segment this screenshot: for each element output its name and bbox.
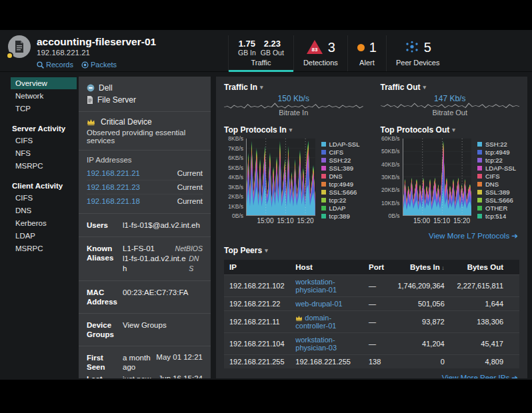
records-link-label: Records — [46, 61, 73, 69]
column-header-host[interactable]: Host — [290, 260, 363, 275]
y-axis-tick: 7KB/s — [228, 145, 243, 152]
y-axis-tick: 4KB/s — [228, 174, 243, 181]
legend-swatch — [321, 158, 326, 163]
first-seen-row: First Seen a month ago May 01 12:21 — [87, 352, 203, 373]
column-header-bytes-in[interactable]: Bytes In ↓ — [389, 260, 450, 275]
alias-value: l1-fs-01.ad.v2.int.eh — [123, 254, 186, 274]
peer-ip-cell: 192.168.221.104 — [224, 333, 290, 355]
sidebar-item-tcp[interactable]: TCP — [11, 103, 77, 115]
sidebar-item-ldap[interactable]: LDAP — [11, 230, 77, 242]
crown-icon — [295, 315, 303, 321]
ip-addresses-list: 192.168.221.21Current192.168.221.23Curre… — [87, 167, 203, 208]
file-role-icon — [87, 96, 93, 104]
legend-label: SSL:389 — [329, 165, 353, 172]
tab-traffic[interactable]: 1.75 GB In 2.23 GB Out Traffic — [228, 35, 293, 71]
peer-host-link[interactable]: workstation-physician-03 — [295, 336, 337, 352]
sidebar-item-network[interactable]: Network — [11, 90, 77, 102]
sidebar-item-cifs[interactable]: CIFS — [11, 192, 77, 204]
tab-detections[interactable]: 83 3 Detections — [293, 35, 347, 71]
legend-label: LDAP-SSL — [329, 141, 360, 148]
sidebar-item-kerberos[interactable]: Kerberos — [11, 217, 77, 229]
legend-item: CIFS — [321, 148, 363, 156]
device-groups-row: Device Groups View Groups — [87, 319, 203, 340]
y-axis-tick: 20KB/s — [381, 187, 399, 193]
sidebar-item-msrpc[interactable]: MSRPC — [11, 242, 77, 254]
peer-host-cell: web-drupal-01 — [290, 297, 363, 311]
mac-address-row: MAC Address 00:23:AE:C7:73:FA — [87, 286, 203, 308]
mac-address-label: MAC Address — [87, 288, 117, 306]
legend-label: CIFS — [329, 149, 344, 156]
packets-link-label: Packets — [91, 61, 117, 69]
legend-label: LDAP-SSL — [485, 165, 516, 172]
sidebar-group: OverviewNetworkTCP — [0, 77, 79, 115]
view-groups-link[interactable]: View Groups — [123, 320, 203, 339]
top-peers-dropdown[interactable]: Top Peers ▾ — [224, 244, 519, 260]
critical-badge-icon — [6, 52, 13, 59]
view-more-l7-label: View More L7 Protocols — [429, 232, 509, 240]
ip-address-link[interactable]: 192.168.221.21 — [87, 169, 140, 177]
column-header-ip[interactable]: IP — [224, 260, 290, 275]
legend-item: DNS — [321, 172, 363, 180]
sidebar-item-nfs[interactable]: NFS — [11, 147, 77, 159]
peer-bytes-in-cell: 41,204 — [389, 333, 450, 355]
x-axis-tick: 15:20 — [297, 217, 313, 224]
column-header-bytes-out[interactable]: Bytes Out — [450, 260, 509, 275]
sidebar-item-msrpc[interactable]: MSRPC — [11, 160, 77, 172]
alias-row: l1-fs-01.ad.v2.int.ehDNS — [123, 254, 203, 274]
tab-peer-devices[interactable]: 5 Peer Devices — [386, 35, 449, 71]
protocol-chart-top-protocols-in: Top Protocols In▾8KB/s7KB/s6KB/s5KB/s4KB… — [224, 125, 363, 226]
protocol-chart-dropdown[interactable]: Top Protocols Out▾ — [381, 125, 520, 135]
peer-host-link[interactable]: web-drupal-01 — [295, 300, 342, 308]
ip-address-row: 192.168.221.23Current — [87, 180, 203, 194]
last-seen-label: Last Seen — [87, 374, 117, 378]
legend-swatch — [321, 198, 326, 203]
bitrate-in-value: 150 Kb/s — [224, 94, 363, 103]
traffic-out-dropdown[interactable]: Traffic Out ▾ — [381, 83, 520, 92]
tab-alert[interactable]: 1 Alert — [347, 35, 386, 71]
legend-item: SSH:22 — [477, 140, 519, 148]
plot-area: 15:0015:1015:20 — [403, 139, 472, 226]
sidebar-group: Client ActivityCIFSDNSKerberosLDAPMSRPC — [0, 181, 79, 254]
sidebar-group-header: Client Activity — [0, 181, 79, 192]
y-axis-tick: 60KB/s — [381, 135, 399, 142]
legend-item: CIFS — [477, 172, 519, 180]
packets-icon — [81, 61, 89, 69]
role-label: File Server — [97, 95, 136, 105]
user-link[interactable]: l1-fs-01$@ad.v2.int.eh — [123, 220, 203, 230]
column-header-port[interactable]: Port — [363, 260, 389, 275]
legend-label: SSL:389 — [485, 189, 509, 196]
sidebar-nav: OverviewNetworkTCPServer ActivityCIFSNFS… — [0, 77, 79, 379]
alert-count: 1 — [369, 40, 377, 55]
last-seen-absolute: Jun 16 15:24 — [158, 374, 203, 378]
first-seen-label: First Seen — [87, 353, 117, 372]
view-more-peer-ips-link[interactable]: View More Peer IPs ➔ — [224, 368, 519, 378]
y-axis-tick: 10KB/s — [381, 200, 399, 206]
y-axis-tick: 0B/s — [388, 212, 399, 219]
sidebar-group: Server ActivityCIFSNFSMSRPC — [0, 123, 79, 172]
plot-frame — [246, 139, 315, 216]
table-row: 192.168.221.255192.168.221.25513804,809 — [224, 355, 519, 369]
sidebar-item-overview[interactable]: Overview — [11, 77, 77, 89]
peer-port-cell: — — [363, 333, 389, 355]
y-axis-tick: 6KB/s — [228, 155, 243, 161]
peer-host-cell: workstation-physician-03 — [290, 333, 363, 355]
device-overview-app: accounting-fileserver-01 192.168.221.21 … — [0, 30, 532, 380]
sidebar-item-dns[interactable]: DNS — [11, 205, 77, 216]
users-row: Users l1-fs-01$@ad.v2.int.eh — [87, 219, 203, 231]
traffic-in-sparkline: 150 Kb/s Bitrate In — [224, 94, 363, 119]
peer-ip-cell: 192.168.221.255 — [224, 355, 290, 369]
peer-spacer-cell — [509, 355, 519, 369]
device-groups-label: Device Groups — [87, 320, 117, 339]
chevron-down-icon: ▾ — [452, 127, 455, 133]
traffic-in-dropdown[interactable]: Traffic In ▾ — [224, 83, 363, 92]
legend-item: tcp:4949 — [477, 148, 519, 156]
known-aliases-label: Known Aliases — [87, 244, 117, 274]
peer-host-link[interactable]: workstation-physician-01 — [295, 278, 337, 294]
sidebar-item-cifs[interactable]: CIFS — [11, 135, 77, 147]
ip-address-link[interactable]: 192.168.221.23 — [87, 183, 140, 191]
protocol-chart-dropdown[interactable]: Top Protocols In▾ — [224, 125, 363, 135]
ip-address-link[interactable]: 192.168.221.18 — [87, 197, 140, 205]
view-more-l7-link[interactable]: View More L7 Protocols ➔ — [224, 226, 519, 244]
records-link[interactable]: Records — [37, 61, 73, 69]
packets-link[interactable]: Packets — [81, 61, 117, 69]
